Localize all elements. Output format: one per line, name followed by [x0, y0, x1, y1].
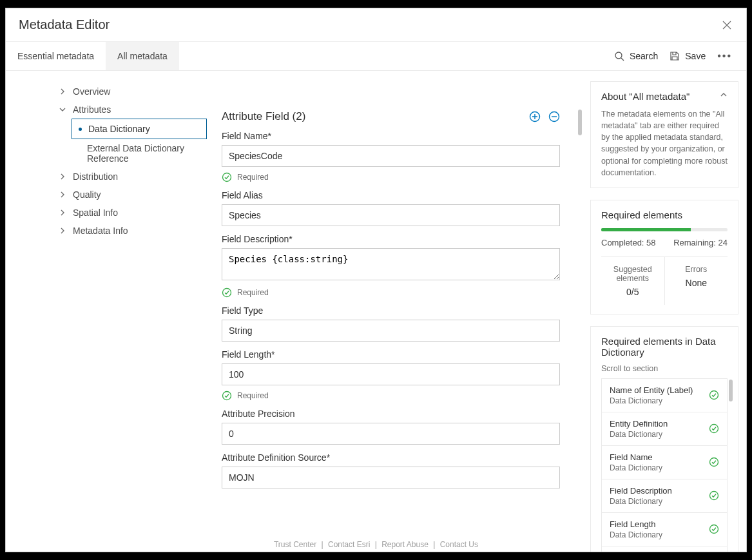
remaining-count: Remaining: 24	[673, 238, 728, 247]
check-circle-icon	[709, 423, 719, 434]
required-item[interactable]: Field Name Data Dictionary	[602, 446, 727, 479]
required-elements-panel: Required elements Completed: 58 Remainin…	[590, 200, 738, 314]
field-name-required: Required	[222, 172, 560, 182]
suggested-label: Suggested elements	[604, 265, 662, 283]
svg-point-7	[710, 391, 718, 400]
chevron-right-icon	[59, 191, 66, 198]
close-icon	[722, 21, 731, 30]
nav-external-dd-label: External Data Dictionary Reference	[87, 143, 184, 164]
nav-metadata-info[interactable]: Metadata Info	[50, 222, 207, 240]
about-collapse-button[interactable]	[720, 91, 728, 99]
field-name-label: Field Name*	[222, 131, 560, 141]
check-circle-icon	[222, 172, 232, 182]
chevron-right-icon	[59, 209, 66, 216]
plus-circle-icon	[529, 111, 541, 122]
svg-point-11	[710, 525, 718, 534]
right-panels: About "All metadata" The metadata elemen…	[583, 71, 746, 552]
required-item-sub: Data Dictionary	[610, 463, 662, 472]
field-alias-label: Field Alias	[222, 190, 560, 200]
field-length-label: Field Length*	[222, 349, 560, 360]
field-length-input[interactable]	[222, 363, 560, 385]
suggested-elements-cell: Suggested elements 0/5	[601, 257, 664, 305]
search-button[interactable]: Search	[614, 51, 658, 61]
check-circle-icon	[709, 490, 719, 501]
errors-value: None	[668, 278, 726, 288]
field-length-required: Required	[222, 391, 560, 401]
required-item[interactable]: Field Description Data Dictionary	[602, 479, 727, 513]
nav-data-dictionary-label: Data Dictionary	[88, 124, 150, 134]
about-panel: About "All metadata" The metadata elemen…	[590, 81, 738, 188]
errors-label: Errors	[668, 265, 726, 274]
field-desc-required: Required	[222, 287, 560, 298]
remove-field-button[interactable]	[548, 111, 560, 122]
about-panel-desc: The metadata elements on the "All metada…	[601, 108, 728, 179]
minus-circle-icon	[548, 111, 560, 122]
nav-attributes-label: Attributes	[73, 104, 111, 115]
check-circle-icon	[222, 287, 232, 298]
svg-point-0	[615, 52, 622, 59]
more-options-button[interactable]: •••	[717, 50, 732, 62]
required-text: Required	[237, 173, 269, 182]
required-item[interactable]: Field Length Data Dictionary	[602, 513, 727, 546]
svg-point-10	[710, 492, 718, 500]
svg-line-1	[621, 58, 624, 61]
list-scrollbar-thumb[interactable]	[729, 380, 733, 401]
required-in-section-title: Required elements in Data Dictionary	[601, 336, 716, 358]
close-button[interactable]	[720, 19, 733, 32]
nav-spatial-info[interactable]: Spatial Info	[50, 204, 207, 222]
field-alias-input[interactable]	[222, 204, 560, 226]
required-item-sub: Data Dictionary	[610, 396, 693, 405]
check-circle-icon	[709, 457, 719, 467]
chevron-right-icon	[59, 227, 66, 234]
required-item[interactable]: Entity Definition Data Dictionary	[602, 412, 727, 446]
nav-distribution[interactable]: Distribution	[50, 168, 207, 186]
search-icon	[614, 51, 624, 61]
check-circle-icon	[709, 390, 719, 400]
required-item-title: Entity Definition	[610, 419, 668, 429]
search-label: Search	[630, 51, 658, 61]
errors-cell: Errors None	[664, 257, 728, 305]
nav-data-dictionary[interactable]: Data Dictionary	[72, 119, 207, 139]
required-item-title: Field Name	[610, 452, 662, 462]
required-item-sub: Data Dictionary	[610, 530, 662, 539]
save-label: Save	[685, 51, 706, 61]
chevron-right-icon	[59, 173, 66, 180]
nav-spatial-label: Spatial Info	[73, 208, 118, 218]
required-elements-title: Required elements	[601, 209, 682, 220]
modal-header: Metadata Editor	[6, 8, 746, 42]
add-field-button[interactable]	[529, 111, 541, 122]
save-button[interactable]: Save	[670, 51, 706, 61]
field-name-input[interactable]	[222, 145, 560, 167]
field-description-input[interactable]	[222, 248, 560, 280]
required-items-list: Name of Entity (Label) Data Dictionary E…	[601, 378, 728, 552]
attribute-definition-source-input[interactable]	[222, 467, 560, 488]
completed-count: Completed: 58	[601, 238, 656, 247]
nav-external-data-dictionary[interactable]: External Data Dictionary Reference	[72, 139, 207, 168]
suggested-value: 0/5	[604, 287, 662, 297]
required-item-sub: Data Dictionary	[610, 497, 672, 506]
tab-all-metadata[interactable]: All metadata	[106, 42, 179, 70]
nav-quality[interactable]: Quality	[50, 186, 207, 204]
attribute-precision-label: Attribute Precision	[222, 409, 560, 419]
check-circle-icon	[709, 524, 719, 534]
about-panel-title: About "All metadata"	[601, 91, 689, 102]
required-item-title: Field Length	[610, 519, 662, 529]
required-in-section-panel: Required elements in Data Dictionary Scr…	[590, 326, 738, 552]
required-item[interactable]: Attribute Definition Source	[602, 546, 727, 552]
svg-point-9	[710, 458, 718, 467]
check-circle-icon	[222, 391, 232, 401]
required-item[interactable]: Name of Entity (Label) Data Dictionary	[602, 379, 727, 412]
tab-bar: Essential metadata All metadata Search S…	[6, 42, 746, 71]
form-main: Attribute Field (2) Field Name*	[212, 71, 583, 552]
scrollbar-thumb[interactable]	[578, 110, 582, 135]
nav-quality-label: Quality	[73, 189, 101, 200]
main-scrollbar[interactable]	[577, 71, 583, 552]
svg-point-4	[223, 173, 231, 182]
field-type-input[interactable]	[222, 320, 560, 342]
tab-essential-metadata[interactable]: Essential metadata	[6, 42, 106, 70]
nav-overview[interactable]: Overview	[50, 82, 207, 101]
required-item-title: Field Description	[610, 486, 672, 496]
modal-title: Metadata Editor	[19, 17, 110, 32]
nav-attributes[interactable]: Attributes	[50, 101, 207, 119]
attribute-precision-input[interactable]	[222, 423, 560, 445]
